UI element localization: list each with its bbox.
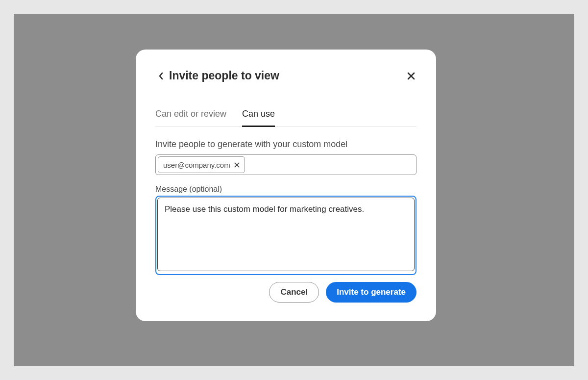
message-textarea[interactable] [157,198,415,271]
dialog-header-left: Invite people to view [155,69,279,82]
invite-to-generate-button[interactable]: Invite to generate [326,282,416,303]
message-focus-ring [155,196,416,275]
close-button[interactable] [406,71,416,81]
back-button[interactable] [155,71,166,81]
remove-recipient-button[interactable] [234,161,241,168]
cancel-button[interactable]: Cancel [269,282,319,303]
email-chip-text: user@company.com [163,161,230,169]
invite-section-label: Invite people to generate with your cust… [155,139,416,150]
dialog-header: Invite people to view [155,69,416,82]
tab-can-use[interactable]: Can use [242,109,275,126]
email-chip[interactable]: user@company.com [158,156,245,173]
permission-tabs: Can edit or review Can use [155,109,416,127]
tab-can-edit-or-review[interactable]: Can edit or review [155,109,226,126]
email-input[interactable]: user@company.com [155,154,416,175]
dialog-title: Invite people to view [169,69,279,82]
close-icon [407,72,416,80]
dialog-footer: Cancel Invite to generate [155,282,416,303]
message-label: Message (optional) [155,185,416,194]
chevron-left-icon [158,72,163,80]
close-icon [234,162,240,168]
invite-dialog: Invite people to view Can edit or review… [136,50,436,321]
app-backdrop: Invite people to view Can edit or review… [14,14,574,366]
